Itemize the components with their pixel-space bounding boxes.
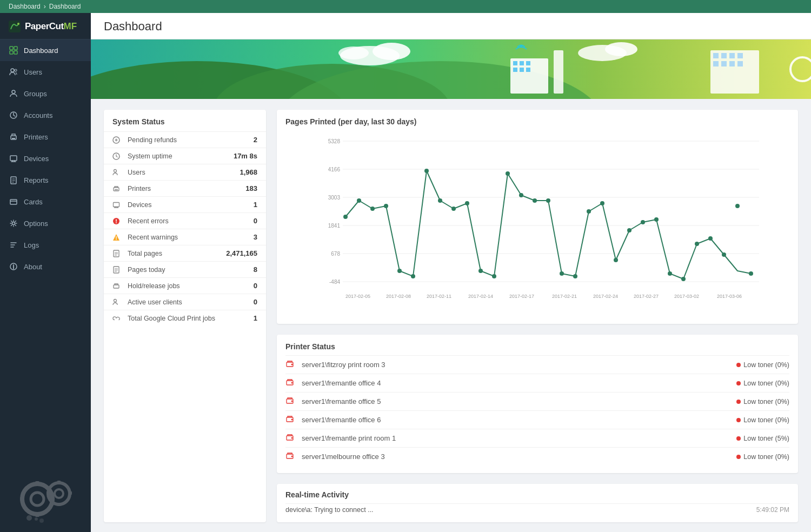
svg-rect-0 [9,21,21,32]
sidebar-gear-illustration [0,461,91,532]
svg-text:3003: 3003 [328,195,341,201]
sidebar-item-reports[interactable]: Reports [0,169,91,191]
logo: PaperCutMF [0,13,91,39]
svg-rect-43 [520,61,524,65]
printer-error-icon [285,415,296,425]
svg-rect-56 [721,61,727,66]
svg-point-95 [357,198,361,203]
sidebar-item-label: Printers [24,133,48,141]
svg-rect-4 [10,51,13,54]
svg-point-6 [11,69,14,72]
sidebar-item-label: Options [24,220,48,228]
realtime-activity-card: Real-time Activity device\a: Trying to c… [277,484,798,522]
status-value: 2 [254,136,257,144]
svg-point-124 [749,271,753,276]
svg-point-30 [35,517,38,521]
printer-status-badge: Low toner (0%) [736,380,789,387]
svg-point-37 [373,43,410,60]
status-row-cloud-print: Total Google Cloud Print jobs 1 [104,310,266,326]
printer-status-text: Low toner (0%) [743,416,789,424]
svg-point-115 [627,228,631,232]
svg-point-108 [533,198,537,203]
svg-point-63 [114,169,117,172]
system-status-card: System Status Pending refunds 2 System u… [104,110,266,522]
sidebar-item-cards[interactable]: Cards [0,191,91,212]
status-row-printers: Printers 183 [104,180,266,196]
svg-rect-24 [50,497,55,501]
papercut-logo-icon [9,21,21,32]
printer-status-text: Low toner (0%) [743,453,789,461]
sidebar-item-label: Logs [24,241,39,249]
sidebar-item-logs[interactable]: Logs [0,234,91,256]
sidebar-item-devices[interactable]: Devices [0,148,91,169]
sidebar-item-dashboard[interactable]: Dashboard [0,39,91,61]
svg-text:2017-03-06: 2017-03-06 [717,294,742,299]
svg-point-123 [735,204,740,208]
svg-rect-58 [737,61,743,66]
groups-icon [9,89,18,98]
sidebar-item-label: About [24,263,42,271]
status-dot-red [736,363,741,367]
svg-text:2017-02-14: 2017-02-14 [468,294,493,299]
banner-svg [91,39,811,99]
svg-point-1 [17,23,19,25]
status-label: System uptime [128,152,234,160]
svg-rect-23 [20,497,24,501]
svg-text:2017-02-27: 2017-02-27 [634,294,659,299]
printer-row: server1\fremantle print room 1 Low toner… [285,429,789,447]
sidebar-item-accounts[interactable]: Accounts [0,104,91,126]
svg-point-103 [465,201,469,205]
svg-rect-46 [520,68,524,72]
sidebar-item-users[interactable]: Users [0,61,91,83]
svg-rect-70 [114,285,119,288]
svg-point-99 [411,274,415,278]
logo-text: PaperCutMF [25,21,77,32]
svg-text:2017-02-11: 2017-02-11 [427,294,451,299]
printer-status-title: Printer Status [285,342,789,351]
printer-error-icon [285,433,296,443]
status-row-warnings: Recent warnings 3 [104,229,266,245]
svg-rect-21 [35,481,39,486]
activity-row: device\a: Trying to connect ... 5:49:02 … [285,503,789,516]
sidebar-item-about[interactable]: About [0,256,91,277]
printer-name: server1\fremantle print room 1 [302,434,736,442]
svg-rect-27 [46,491,50,495]
status-row-errors: Recent errors 0 [104,212,266,229]
svg-point-109 [546,198,550,203]
svg-rect-12 [10,156,17,161]
printer-row: server1\fremantle office 4 Low toner (0%… [285,374,789,392]
status-label: Devices [128,201,254,209]
printer-error-icon [285,396,296,407]
status-dot-red [736,381,741,385]
realtime-title: Real-time Activity [285,490,789,499]
status-label: Recent warnings [128,234,254,241]
svg-rect-45 [513,68,517,72]
cloud-print-icon [112,315,123,322]
top-breadcrumb-bar: Dashboard › Dashboard [0,0,811,13]
sidebar-item-options[interactable]: Options [0,212,91,234]
svg-rect-52 [721,53,727,58]
svg-point-40 [605,42,637,56]
svg-point-106 [506,171,510,176]
status-label: Pending refunds [128,136,254,144]
svg-point-100 [424,169,429,173]
main-content: System Status Pending refunds 2 System u… [91,99,811,532]
svg-text:2017-02-08: 2017-02-08 [386,294,411,299]
sidebar-item-printers[interactable]: Printers [0,126,91,148]
status-value: 2,471,165 [226,249,257,257]
status-dot-red [736,455,741,459]
reports-icon [9,175,18,185]
activity-time: 5:49:02 PM [756,506,789,514]
status-dot-red [736,400,741,404]
sidebar-item-groups[interactable]: Groups [0,83,91,104]
svg-text:2017-03-02: 2017-03-02 [674,294,699,299]
svg-point-132 [291,419,293,421]
banner-illustration [91,39,811,99]
svg-rect-22 [35,513,39,517]
printer-name: server1\fremantle office 5 [302,397,736,405]
breadcrumb-home[interactable]: Dashboard [9,3,41,10]
status-row-devices: Devices 1 [104,196,266,212]
svg-text:4166: 4166 [328,167,341,172]
printer-status-icon [112,185,123,192]
devices-icon [9,154,18,163]
